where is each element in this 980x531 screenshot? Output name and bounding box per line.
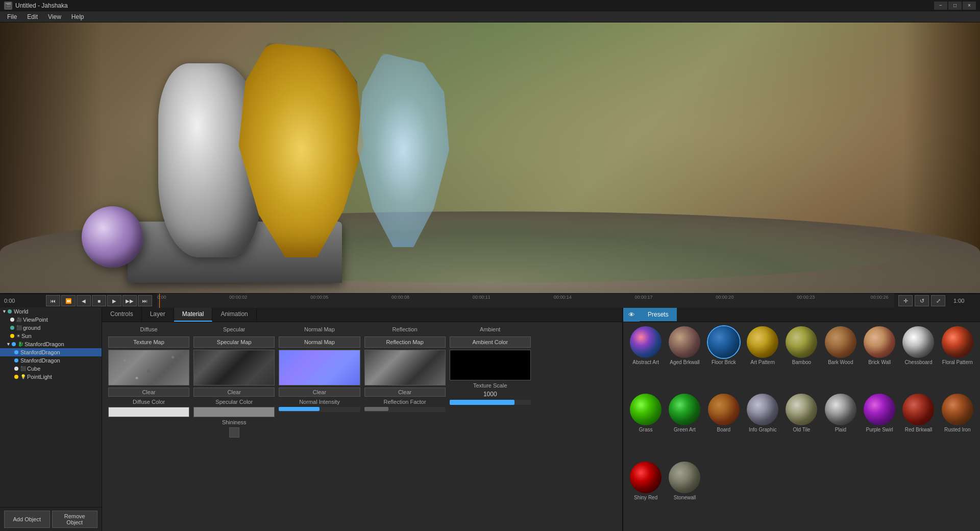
ambient-column: Ambient Ambient Color Texture Scale 1000 (448, 326, 533, 527)
remove-object-button[interactable]: Remove Object (52, 511, 98, 528)
preset-rusted-iron[interactable]: Rusted Iron (939, 394, 976, 459)
preset-label-chessboard: Chessboard (905, 359, 933, 366)
tab-layer[interactable]: Layer (142, 307, 174, 322)
preset-board[interactable]: Board (705, 394, 742, 459)
preset-grass[interactable]: Grass (627, 394, 664, 459)
menubar: File Edit View Help (0, 11, 980, 22)
move-tool-button[interactable]: ✛ (898, 295, 913, 306)
skip-to-start-button[interactable]: ⏮ (46, 295, 60, 306)
preset-ball-info-graphic (747, 394, 778, 425)
preset-label-old-tile: Old Tile (793, 427, 811, 433)
preset-ball-bark-wood (825, 326, 856, 358)
preset-plaid[interactable]: Plaid (822, 394, 859, 459)
reflection-clear-button[interactable]: Clear (364, 388, 446, 397)
preset-label-bark-wood: Bark Wood (828, 359, 853, 366)
menu-view[interactable]: View (43, 12, 66, 21)
ambient-color-swatch[interactable] (450, 350, 531, 380)
play-button[interactable]: ▶ (107, 295, 121, 306)
diffuse-column: Diffuse Texture Map Clear Diffuse Color (106, 326, 191, 527)
texture-scale-slider-bg[interactable] (450, 400, 531, 405)
tick-5: 00:00:14 (554, 295, 572, 300)
preset-label-info-graphic: Info Graphic (749, 427, 776, 433)
preset-ball-aged-brkwall (669, 326, 700, 358)
add-object-button[interactable]: Add Object (4, 511, 50, 528)
reflection-map-button[interactable]: Reflection Map (364, 336, 446, 348)
expand-button[interactable]: ⤢ (931, 295, 945, 306)
tree-item-world[interactable]: ▼ World (0, 307, 102, 316)
ambient-header: Ambient (480, 326, 500, 332)
normal-clear-button[interactable]: Clear (279, 388, 360, 397)
tree-item-ground[interactable]: ⬛ ground (0, 324, 102, 332)
preset-ball-shiny-red (630, 462, 662, 493)
tree-item-stanford-parent[interactable]: ▼ 🐉 StanfordDragon (0, 340, 102, 348)
preset-purple-swirl[interactable]: Purple Swirl (861, 394, 898, 459)
preset-brick-wall[interactable]: Brick Wall (861, 326, 898, 392)
step-back-button[interactable]: ◀ (77, 295, 91, 306)
diffuse-clear-button[interactable]: Clear (108, 388, 189, 397)
preset-stonewall[interactable]: Stonewall (666, 462, 703, 527)
preset-green-art[interactable]: Green Art (666, 394, 703, 459)
tick-6: 00:00:17 (635, 295, 653, 300)
tree-item-pointlight[interactable]: 💡 PointLight (0, 373, 102, 381)
maximize-button[interactable]: □ (948, 2, 962, 10)
minimize-button[interactable]: − (934, 2, 947, 10)
preset-ball-green-art (669, 394, 700, 425)
presets-grid: Abstract Art Aged Brkwall Floor Brick Ar… (623, 322, 980, 531)
close-button[interactable]: × (963, 2, 976, 10)
preset-ball-chessboard (902, 326, 934, 358)
specular-map-button[interactable]: Specular Map (193, 336, 275, 348)
preset-label-bamboo: Bamboo (792, 359, 811, 366)
timecode-end: 1:00 (949, 298, 980, 304)
preset-ball-rusted-iron (942, 394, 973, 425)
tab-controls[interactable]: Controls (102, 307, 142, 322)
preset-aged-brkwall[interactable]: Aged Brkwall (666, 326, 703, 392)
preset-ball-floral-pattern (942, 326, 973, 358)
rewind-button[interactable]: ⏪ (61, 295, 76, 306)
preset-label-board: Board (717, 427, 730, 433)
preset-red-brkwall[interactable]: Red Brkwall (900, 394, 937, 459)
fast-forward-button[interactable]: ▶▶ (122, 295, 137, 306)
tab-animation[interactable]: Animation (212, 307, 256, 322)
ambient-color-button[interactable]: Ambient Color (450, 336, 531, 348)
preset-ball-old-tile (786, 394, 817, 425)
tab-material[interactable]: Material (174, 307, 213, 322)
skip-to-end-button[interactable]: ⏭ (138, 295, 152, 306)
diffuse-color-swatch[interactable] (108, 407, 189, 417)
diffuse-preview (108, 350, 189, 385)
scene-tree: ▼ World 🎥 ViewPoint ⬛ ground ☀ Sun ▼ 🐉 (0, 307, 102, 531)
specular-clear-button[interactable]: Clear (193, 388, 275, 397)
tree-item-sun[interactable]: ☀ Sun (0, 332, 102, 340)
texture-map-button[interactable]: Texture Map (108, 336, 189, 348)
preset-floral-pattern[interactable]: Floral Pattern (939, 326, 976, 392)
timeline-ruler[interactable]: 00:00:00 00:00:02 00:00:05 00:00:08 00:0… (157, 294, 894, 308)
tick-2: 00:00:05 (310, 295, 328, 300)
preset-old-tile[interactable]: Old Tile (783, 394, 820, 459)
presets-tab[interactable]: Presets (640, 308, 677, 321)
preset-ball-brick-wall (864, 326, 895, 358)
tree-item-stanford-child2[interactable]: StanfordDragon (0, 356, 102, 365)
tree-item-viewpoint[interactable]: 🎥 ViewPoint (0, 316, 102, 324)
specular-color-swatch[interactable] (193, 407, 275, 417)
refresh-button[interactable]: ↺ (915, 295, 929, 306)
viewport[interactable] (0, 22, 980, 293)
tree-item-stanford-child1[interactable]: StanfordDragon (0, 348, 102, 356)
preset-art-pattern[interactable]: Art Pattern (744, 326, 781, 392)
menu-help[interactable]: Help (66, 12, 89, 21)
preset-bark-wood[interactable]: Bark Wood (822, 326, 859, 392)
preset-shiny-red[interactable]: Shiny Red (627, 462, 664, 527)
menu-edit[interactable]: Edit (22, 12, 43, 21)
shininess-swatch[interactable] (229, 427, 239, 438)
tick-7: 00:00:20 (716, 295, 733, 300)
tree-item-cube[interactable]: ⬛ Cube (0, 365, 102, 373)
preset-bamboo[interactable]: Bamboo (783, 326, 820, 392)
presets-visibility-toggle[interactable]: 👁 (623, 307, 640, 322)
menu-file[interactable]: File (2, 12, 22, 21)
normal-map-button[interactable]: Normal Map (279, 336, 360, 348)
stop-button[interactable]: ■ (92, 295, 106, 306)
preset-floor-brick[interactable]: Floor Brick (705, 326, 742, 392)
normal-intensity-slider-bg[interactable] (279, 407, 360, 412)
preset-info-graphic[interactable]: Info Graphic (744, 394, 781, 459)
reflection-factor-slider-bg[interactable] (364, 407, 446, 412)
preset-abstract-art[interactable]: Abstract Art (627, 326, 664, 392)
preset-chessboard[interactable]: Chessboard (900, 326, 937, 392)
